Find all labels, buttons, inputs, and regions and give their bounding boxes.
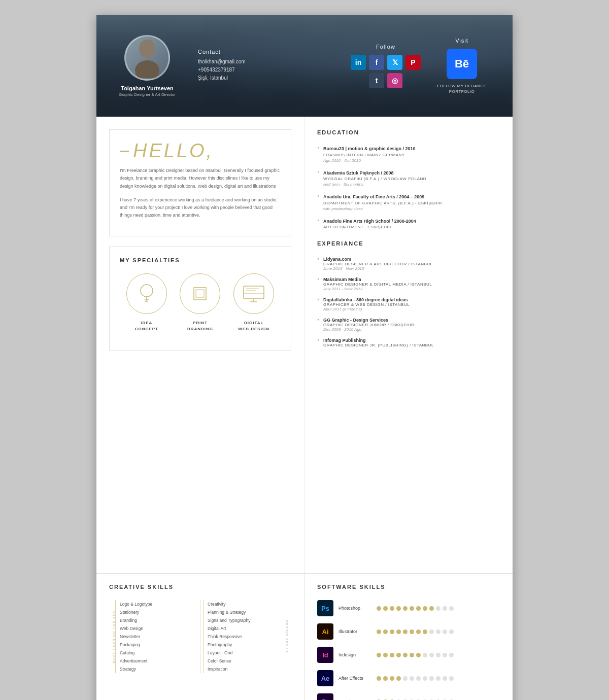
creative-skill-left: Newsletter (115, 633, 197, 641)
specialty-print-label: PRINTBRANDING (187, 320, 213, 332)
creative-skill-left: Strategy (115, 665, 197, 673)
education-item: Anadolu Fine Arts High School / 2000-200… (317, 218, 500, 231)
edu-date: Agu 2010 - Oct 2010 (323, 158, 500, 163)
exp-company: Lidyana.com (323, 257, 500, 262)
creative-skill-right: Photography (203, 641, 285, 649)
skill-dot-empty (449, 676, 454, 681)
creative-skill-right: Creativity (203, 600, 285, 608)
hello-dash: — (120, 146, 129, 156)
software-item: Ai Illustrator (317, 623, 500, 640)
lightbulb-icon (137, 283, 157, 305)
software-item: Ae After Effects (317, 670, 500, 686)
instagram-icon[interactable]: ◎ (387, 73, 402, 88)
education-title: EDUCATION (317, 129, 500, 135)
skill-dot-filled (396, 653, 401, 657)
sw-name: Illustrator (339, 629, 371, 634)
twitter-icon[interactable]: 𝕏 (387, 55, 402, 70)
skill-dot-filled (403, 606, 408, 611)
edu-school: Bureau23 | motion & graphic design / 201… (323, 146, 500, 152)
skill-dot-empty (436, 606, 441, 611)
svg-point-2 (141, 285, 153, 297)
creative-skills-title: CREATIVE SKILLS (109, 584, 291, 590)
person-title: Graphic Designer & Art Director (119, 92, 176, 97)
skill-dot-filled (383, 653, 388, 657)
svg-rect-8 (244, 286, 264, 299)
creative-skill-right: Think Responsive (203, 633, 285, 641)
specialty-idea-circle (126, 273, 167, 314)
skill-dot-filled (383, 606, 388, 611)
skill-dot-filled (396, 606, 401, 611)
skill-dot-empty (443, 629, 447, 634)
exp-date: Dec 2009 - 2010 Agu (323, 327, 500, 332)
sw-name: Indesign (339, 652, 371, 657)
sw-dots (377, 653, 454, 657)
hello-heading-line: — HELLO, (120, 140, 281, 162)
exp-date: April 2011 (8 months) (323, 307, 500, 311)
skill-dot-filled (377, 606, 381, 611)
edu-school: Anadolu Uni. Faculty of Fine Arts / 2004… (323, 194, 500, 200)
edu-date: Half term - Six months (323, 182, 500, 187)
skill-dot-filled (416, 629, 421, 634)
creative-skill-left: Packaging (115, 641, 197, 649)
skill-dot-empty (423, 676, 427, 681)
linkedin-icon[interactable]: in (351, 55, 366, 70)
exp-role: GRAPHIC DESIGNER JUNIOR / ESKİŞEHİR (323, 323, 500, 327)
visit-section: Visit Bē FOLLOW MY BEHANCE PORTFOLIO (426, 38, 497, 94)
skill-dot-empty (449, 629, 454, 634)
edu-school: Akademia Sztuk Pięknych / 2008 (323, 170, 500, 177)
specialty-digital-circle (233, 273, 274, 314)
follow-label: Follow (345, 44, 426, 50)
skill-dot-empty (423, 653, 427, 657)
svg-point-1 (135, 60, 159, 78)
skill-dot-empty (403, 676, 408, 681)
specialties-icons: IDEACONCEPT PRINTBRANDING (120, 273, 281, 332)
skill-dot-filled (423, 606, 427, 611)
hello-title: HELLO, (133, 140, 214, 162)
avatar-silhouette (132, 38, 162, 78)
skill-dot-filled (403, 653, 408, 657)
skill-dot-filled (416, 606, 421, 611)
resume-header: Tolgahan Yurtseven Graphic Designer & Ar… (96, 15, 513, 117)
creative-skills-section: CREATIVE SKILLS WHAT I CAN DO FOR YOU Lo… (96, 574, 304, 700)
hello-section: — HELLO, I'm Freelance Graphic Designer … (109, 129, 291, 236)
svg-rect-7 (196, 290, 204, 298)
exp-company: GG Graphic - Design Services (323, 318, 500, 323)
creative-skill-right: Inspiration (203, 665, 285, 673)
social-icons-group: in f 𝕏 P t ◎ (345, 55, 426, 88)
skill-dot-empty (416, 676, 421, 681)
exp-role: GRAPHIC DESIGNER & DIGITAL MEDIA / ISTAN… (323, 282, 500, 287)
sw-icon-ae: Ae (317, 670, 333, 686)
pinterest-icon[interactable]: P (405, 55, 421, 70)
skill-dot-filled (390, 629, 394, 634)
sw-name: Photoshop (339, 606, 371, 611)
sw-dots (377, 676, 454, 681)
contact-label: Contact (198, 49, 345, 55)
skill-dot-empty (436, 629, 441, 634)
right-column: EDUCATION Bureau23 | motion & graphic de… (304, 117, 513, 573)
skill-dot-empty (429, 676, 434, 681)
behance-cta: FOLLOW MY BEHANCE PORTFOLIO (426, 83, 497, 94)
skills-wrapper: WHAT I CAN DO FOR YOU Logo & LogotypeSta… (109, 600, 291, 673)
visit-label: Visit (426, 38, 497, 44)
skill-dot-empty (429, 629, 434, 634)
software-items: Ps Photoshop Ai Illustrator Id Indesign … (317, 600, 500, 700)
skill-dot-filled (396, 629, 401, 634)
experience-item: Maksimum Media GRAPHIC DESIGNER & DIGITA… (317, 277, 500, 291)
edu-school: Anadolu Fine Arts High School / 2000-200… (323, 218, 500, 225)
skill-dot-filled (390, 606, 394, 611)
skill-dot-filled (429, 606, 434, 611)
tumblr-icon[interactable]: t (369, 73, 384, 88)
edu-detail: WYDZIAL GRAFIKI (B.F.A.) / WROCLAW POLAN… (323, 176, 500, 182)
education-item: Akademia Sztuk Pięknych / 2008 WYDZIAL G… (317, 170, 500, 187)
facebook-icon[interactable]: f (369, 55, 384, 70)
behance-icon[interactable]: Bē (447, 49, 477, 79)
monitor-icon (241, 284, 266, 304)
education-item: Anadolu Uni. Faculty of Fine Arts / 2004… (317, 194, 500, 211)
experience-title: EXPERIANCE (317, 240, 500, 247)
exp-company: Infomag Publishing (323, 338, 500, 343)
education-items: Bureau23 | motion & graphic design / 201… (317, 146, 500, 230)
sw-icon-id: Id (317, 647, 333, 663)
contact-location: Şişli, İstanbul (198, 75, 345, 81)
skill-dot-filled (377, 653, 381, 657)
creative-skill-right: Planning & Strategy (203, 608, 285, 616)
